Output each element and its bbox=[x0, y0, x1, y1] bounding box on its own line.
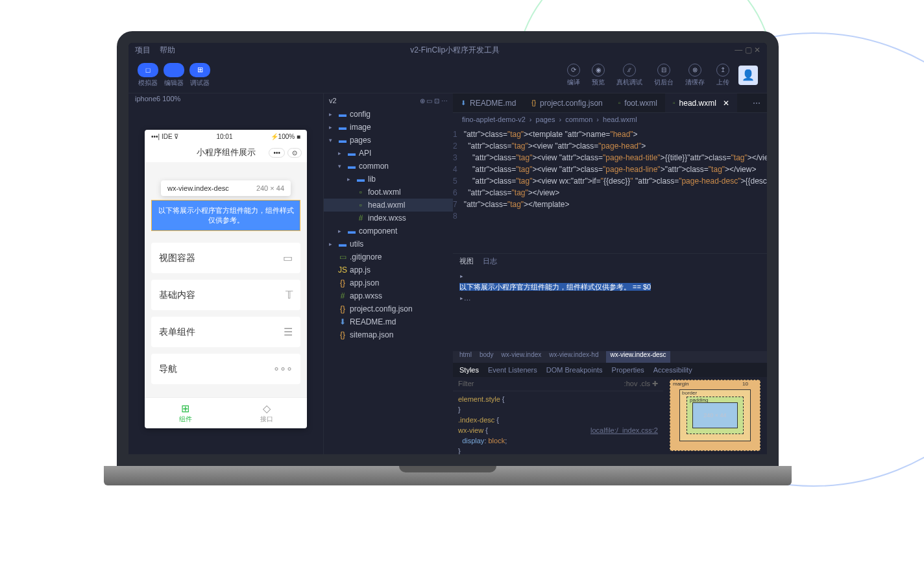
tree-node[interactable]: ▸▬API bbox=[324, 147, 453, 160]
sim-nav-more[interactable]: ••• bbox=[269, 148, 285, 158]
sim-tab-0[interactable]: ⊞组件 bbox=[145, 398, 226, 428]
sim-nav-close[interactable]: ⊙ bbox=[287, 148, 302, 158]
tree-node[interactable]: ▫head.wxml bbox=[324, 199, 453, 212]
styles-pane[interactable]: Filter :hov .cls ✚ element.style {}.inde… bbox=[453, 377, 663, 455]
window-title: v2-FinClip小程序开发工具 bbox=[184, 45, 725, 56]
editor-tab-0[interactable]: ⬇README.md bbox=[453, 93, 524, 112]
tree-node[interactable]: #index.wxss bbox=[324, 212, 453, 225]
style-tab-0[interactable]: Styles bbox=[459, 366, 479, 374]
user-avatar[interactable]: 👤 bbox=[738, 66, 758, 85]
dom-inspector[interactable]: ▸ 以下将展示小程序官方组件能力，组件样式仅供参考。 == $0▸… bbox=[453, 268, 767, 351]
dom-breadcrumb[interactable]: htmlbodywx-view.indexwx-view.index-hdwx-… bbox=[453, 351, 767, 363]
toolbar: □模拟器编辑器⊞调试器 ⟳编译◉预览⫽真机调试⊟切后台⊗清缓存↥上传 👤 bbox=[128, 57, 767, 93]
toolbar-action-2[interactable]: ⫽真机调试 bbox=[616, 64, 642, 87]
file-tree-panel: v2 ⊕ ▭ ⊡ ⋯ ▸▬config▸▬image▾▬pages▸▬API▾▬… bbox=[323, 93, 453, 454]
editor-panel: ⬇README.md{}project.config.json▫foot.wxm… bbox=[453, 93, 767, 454]
style-tab-4[interactable]: Accessibility bbox=[653, 366, 692, 374]
tab-more[interactable]: ⋯ bbox=[746, 99, 767, 108]
dom-crumb-2[interactable]: wx-view.index bbox=[502, 351, 542, 363]
toolbar-action-5[interactable]: ↥上传 bbox=[716, 64, 729, 87]
tree-node[interactable]: ▫foot.wxml bbox=[324, 186, 453, 199]
tree-node[interactable]: ▾▬pages bbox=[324, 134, 453, 147]
styles-filter-actions[interactable]: :hov .cls ✚ bbox=[624, 380, 658, 388]
sim-nav-title: 小程序组件展示 bbox=[197, 147, 256, 158]
sim-list-item-0[interactable]: 视图容器▭ bbox=[151, 243, 300, 273]
toolbar-action-4[interactable]: ⊗清缓存 bbox=[685, 64, 705, 87]
box-model: margin 10 border padding 240 × 44 bbox=[663, 377, 767, 455]
toolbar-action-3[interactable]: ⊟切后台 bbox=[654, 64, 674, 87]
toolbar-action-1[interactable]: ◉预览 bbox=[592, 64, 605, 87]
phone-simulator[interactable]: •••| IDE ⊽ 10:01 ⚡100% ■ 小程序组件展示 ••• ⊙ bbox=[145, 130, 307, 428]
menu-project[interactable]: 项目 bbox=[135, 45, 151, 56]
tree-node[interactable]: JSapp.js bbox=[324, 263, 453, 276]
code-editor[interactable]: 12345678 "attr">class="tag"><template "a… bbox=[453, 126, 767, 253]
breadcrumb[interactable]: fino-applet-demo-v2›pages›common›head.wx… bbox=[453, 113, 767, 126]
toolbar-btn-0[interactable]: □模拟器 bbox=[138, 63, 158, 88]
sim-list-item-3[interactable]: 导航∘∘∘ bbox=[151, 354, 300, 384]
style-tab-1[interactable]: Event Listeners bbox=[488, 366, 537, 374]
sim-list-item-1[interactable]: 基础内容𝕋 bbox=[151, 280, 300, 310]
tree-node[interactable]: ▭.gitignore bbox=[324, 250, 453, 263]
style-tab-3[interactable]: Properties bbox=[612, 366, 644, 374]
toolbar-btn-1[interactable]: 编辑器 bbox=[164, 63, 184, 88]
window-controls[interactable]: — ▢ ✕ bbox=[735, 45, 760, 55]
style-tab-2[interactable]: DOM Breakpoints bbox=[546, 366, 603, 374]
toolbar-btn-2[interactable]: ⊞调试器 bbox=[189, 63, 210, 88]
tree-node[interactable]: ▸▬component bbox=[324, 225, 453, 238]
menubar: 项目 帮助 v2-FinClip小程序开发工具 — ▢ ✕ bbox=[128, 43, 767, 57]
highlighted-element[interactable]: 以下将展示小程序官方组件能力，组件样式仅供参考。 bbox=[151, 200, 300, 231]
tree-node[interactable]: ▸▬utils bbox=[324, 238, 453, 250]
sim-list-item-2[interactable]: 表单组件☰ bbox=[151, 317, 300, 347]
tree-node[interactable]: ▸▬config bbox=[324, 108, 453, 121]
tree-node[interactable]: ▸▬image bbox=[324, 121, 453, 134]
editor-tab-2[interactable]: ▫foot.wxml bbox=[611, 93, 665, 112]
dom-crumb-4[interactable]: wx-view.index-desc bbox=[606, 351, 670, 363]
simulator-panel: iphone6 100% •••| IDE ⊽ 10:01 ⚡100% ■ 小程… bbox=[128, 93, 323, 454]
toolbar-action-0[interactable]: ⟳编译 bbox=[567, 64, 580, 87]
tree-node[interactable]: ⬇README.md bbox=[324, 315, 453, 328]
sim-status-time: 10:01 bbox=[216, 133, 232, 140]
sim-tab-1[interactable]: ◇接口 bbox=[226, 398, 307, 428]
dt-top-tab-1[interactable]: 日志 bbox=[483, 256, 497, 266]
dom-crumb-1[interactable]: body bbox=[480, 351, 494, 363]
dt-top-tab-0[interactable]: 视图 bbox=[459, 256, 474, 266]
tree-node[interactable]: ▸▬lib bbox=[324, 173, 453, 186]
dom-crumb-0[interactable]: html bbox=[459, 351, 472, 363]
tree-node[interactable]: ▾▬common bbox=[324, 160, 453, 173]
tree-node[interactable]: {}project.config.json bbox=[324, 302, 453, 315]
ide-window: 项目 帮助 v2-FinClip小程序开发工具 — ▢ ✕ □模拟器编辑器⊞调试… bbox=[128, 43, 767, 454]
sim-status-right: ⚡100% ■ bbox=[271, 133, 300, 140]
editor-tab-1[interactable]: {}project.config.json bbox=[524, 93, 610, 112]
tree-node[interactable]: #app.wxss bbox=[324, 289, 453, 302]
sim-device-label: iphone6 100% bbox=[128, 93, 323, 104]
inspect-tooltip: wx-view.index-desc 240 × 44 bbox=[161, 180, 291, 196]
menu-help[interactable]: 帮助 bbox=[160, 45, 175, 56]
tree-node[interactable]: {}sitemap.json bbox=[324, 328, 453, 341]
devtools-panel: 视图日志 ▸ 以下将展示小程序官方组件能力，组件样式仅供参考。 == $0▸… … bbox=[453, 253, 767, 454]
styles-filter-input[interactable]: Filter bbox=[458, 380, 474, 387]
tree-node[interactable]: {}app.json bbox=[324, 276, 453, 289]
sim-status-left: •••| IDE ⊽ bbox=[151, 133, 178, 140]
dom-crumb-3[interactable]: wx-view.index-hd bbox=[549, 351, 598, 363]
tree-actions[interactable]: ⊕ ▭ ⊡ ⋯ bbox=[420, 97, 448, 104]
tree-root[interactable]: v2 bbox=[329, 97, 337, 104]
laptop-frame: 项目 帮助 v2-FinClip小程序开发工具 — ▢ ✕ □模拟器编辑器⊞调试… bbox=[104, 31, 792, 511]
editor-tab-3[interactable]: ▫head.wxml✕ bbox=[665, 93, 737, 112]
